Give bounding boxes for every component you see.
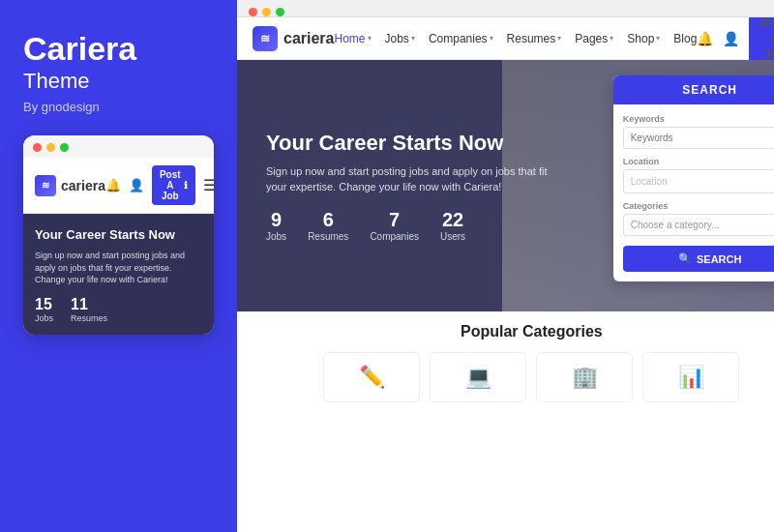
chevron-down-icon: ▾ [490, 34, 493, 43]
desktop-navbar: ≋ cariera Home ▾ Jobs ▾ Companies ▾ Resu… [237, 17, 774, 60]
bell-icon: 🔔 [105, 178, 121, 192]
hero-jobs-num: 9 [271, 209, 282, 231]
hero-users-label: Users [440, 231, 465, 242]
hero-stat-users: 22 Users [440, 209, 465, 242]
mobile-jobs-label: Jobs [35, 313, 53, 323]
hero-stats: 9 Jobs 6 Resumes 7 Companies 22 Users [266, 209, 556, 242]
user-icon[interactable]: 👤 [723, 31, 739, 46]
hero-resumes-label: Resumes [308, 231, 348, 242]
nav-link-pages[interactable]: Pages ▾ [575, 32, 613, 45]
mobile-logo-text: cariera [61, 178, 105, 193]
hero-stat-jobs: 9 Jobs [266, 209, 286, 242]
location-placeholder-text: Location [631, 176, 668, 187]
mobile-stats: 15 Jobs 11 Resumes [35, 296, 202, 323]
hero-jobs-label: Jobs [266, 231, 286, 242]
finance-icon: 📊 [678, 365, 704, 390]
chevron-down-icon: ▾ [656, 34, 660, 43]
mobile-logo-icon: ≋ [35, 175, 56, 196]
mobile-nav: ≋ cariera 🔔 👤 Post A Job ℹ ☰ [23, 158, 214, 214]
post-icon: ℹ [184, 180, 188, 191]
chevron-down-icon: ▾ [557, 34, 561, 43]
categories-select[interactable]: Choose a category... [623, 214, 774, 236]
popular-title: Popular Categories [253, 323, 774, 340]
design-icon: ✏️ [359, 365, 385, 390]
mobile-mockup: ≋ cariera 🔔 👤 Post A Job ℹ ☰ Your Career… [23, 135, 214, 335]
mobile-resumes-num: 11 [71, 296, 88, 313]
browser-dot-green [276, 8, 284, 16]
desktop-hero: Your Career Starts Now Sign up now and s… [237, 60, 774, 311]
mobile-jobs-num: 15 [35, 296, 52, 313]
desktop-nav-links: Home ▾ Jobs ▾ Companies ▾ Resumes ▾ Page… [335, 32, 698, 45]
mobile-post-btn-label: Post A Job [160, 169, 181, 201]
dot-yellow [46, 143, 55, 152]
dot-green [60, 143, 69, 152]
mobile-post-job-button[interactable]: Post A Job ℹ [152, 165, 195, 205]
hero-stat-resumes: 6 Resumes [308, 209, 348, 242]
mobile-stat-jobs: 15 Jobs [35, 296, 53, 323]
nav-link-companies[interactable]: Companies ▾ [429, 32, 493, 45]
hero-text: Sign up now and start posting jobs and a… [266, 163, 556, 195]
popular-section: Popular Categories ✏️ 💻 🏢 📊 [237, 311, 774, 412]
category-card-finance[interactable]: 📊 [642, 352, 739, 402]
search-box-body: Keywords Location Location ⊕ Categories … [613, 104, 774, 281]
brand-subtitle: Theme [23, 69, 214, 94]
nav-link-shop[interactable]: Shop ▾ [627, 32, 660, 45]
search-button[interactable]: 🔍 SEARCH [623, 246, 774, 272]
mobile-resumes-label: Resumes [71, 313, 107, 323]
hero-companies-label: Companies [370, 231, 419, 242]
left-panel: Cariera Theme By gnodesign ≋ cariera 🔔 👤… [0, 0, 237, 532]
location-field: Location ⊕ [623, 169, 774, 193]
chevron-down-icon: ▾ [610, 34, 613, 43]
search-icon: 🔍 [678, 252, 692, 265]
category-card-it[interactable]: 💻 [430, 352, 526, 402]
browser-chrome [237, 0, 774, 17]
location-label: Location [623, 157, 774, 166]
desktop-post-btn-label: Post A Job [760, 17, 774, 62]
it-icon: 💻 [465, 365, 491, 390]
chevron-down-icon: ▾ [411, 34, 415, 43]
desktop-site: ≋ cariera Home ▾ Jobs ▾ Companies ▾ Resu… [237, 17, 774, 532]
category-card-business[interactable]: 🏢 [536, 352, 633, 402]
category-card-design[interactable]: ✏️ [323, 352, 420, 402]
browser-dot-red [249, 8, 257, 16]
nav-link-blog[interactable]: Blog [673, 32, 697, 45]
mobile-nav-icons: 🔔 👤 [105, 178, 144, 192]
hero-stat-companies: 7 Companies [370, 209, 419, 242]
search-box: SEARCH Keywords Location Location ⊕ Cate… [613, 75, 774, 281]
keywords-input[interactable] [623, 127, 774, 149]
dot-red [33, 143, 42, 152]
hero-companies-num: 7 [389, 209, 400, 231]
mobile-window-bar [23, 135, 214, 158]
desktop-logo-icon: ≋ [253, 26, 278, 51]
hero-content: Your Career Starts Now Sign up now and s… [266, 131, 556, 242]
mobile-hero-title: Your Career Starts Now [35, 227, 202, 244]
mobile-hero-text: Sign up now and start posting jobs and a… [35, 250, 202, 286]
mobile-logo: ≋ cariera [35, 175, 105, 196]
hero-resumes-num: 6 [323, 209, 334, 231]
search-box-header: SEARCH [613, 75, 774, 104]
hero-users-num: 22 [442, 209, 463, 231]
category-cards: ✏️ 💻 🏢 📊 [253, 352, 774, 402]
hamburger-icon[interactable]: ☰ [203, 176, 214, 194]
user-icon: 👤 [129, 178, 144, 192]
by-line: By gnodesign [23, 100, 214, 114]
desktop-logo: ≋ cariera [253, 26, 335, 51]
nav-link-resumes[interactable]: Resumes ▾ [507, 32, 562, 45]
keywords-label: Keywords [623, 114, 774, 124]
browser-dot-yellow [262, 8, 271, 16]
hero-title: Your Career Starts Now [266, 131, 556, 156]
desktop-logo-text: cariera [283, 30, 335, 47]
business-icon: 🏢 [572, 365, 598, 390]
bell-icon[interactable]: 🔔 [697, 31, 713, 46]
nav-link-home[interactable]: Home ▾ [335, 32, 372, 45]
mobile-stat-resumes: 11 Resumes [71, 296, 107, 323]
nav-link-jobs[interactable]: Jobs ▾ [385, 32, 415, 45]
brand-title: Cariera [23, 31, 214, 67]
right-panel: ≋ cariera Home ▾ Jobs ▾ Companies ▾ Resu… [237, 0, 774, 532]
mobile-hero: Your Career Starts Now Sign up now and s… [23, 214, 214, 335]
categories-label: Categories [623, 201, 774, 211]
search-btn-label: SEARCH [697, 253, 741, 265]
chevron-down-icon: ▾ [368, 34, 372, 43]
